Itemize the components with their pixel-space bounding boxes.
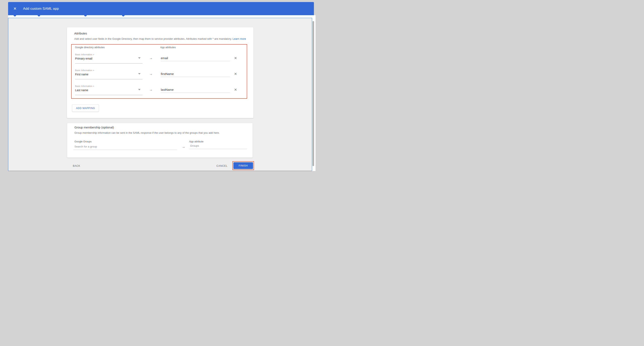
chevron-down-icon[interactable] <box>138 73 140 75</box>
back-button[interactable]: BACK <box>70 163 84 169</box>
annotation-box-finish: FINISH <box>232 161 254 170</box>
google-groups-header: Google Groups <box>74 140 92 143</box>
directory-attribute-select[interactable]: Last name <box>75 89 88 92</box>
app-attributes-column-header: App attributes <box>160 46 176 49</box>
attributes-card: Attributes Add and select user fields in… <box>67 27 254 118</box>
screen: ✕ Add custom SAML app Attributes Add and… <box>0 0 322 173</box>
directory-attribute-category: Basic Information > <box>75 53 94 56</box>
group-card-description: Group membership information can be sent… <box>74 131 220 134</box>
directory-attribute-category: Basic Information > <box>75 85 94 87</box>
scrollbar-track[interactable] <box>312 15 316 171</box>
add-mapping-button[interactable]: ADD MAPPING <box>72 104 99 112</box>
chevron-down-icon[interactable] <box>138 89 140 90</box>
group-card-title: Group membership (optional) <box>74 126 114 129</box>
page-top-strip <box>8 15 316 18</box>
remove-mapping-icon[interactable]: ✕ <box>234 56 237 60</box>
chevron-down-icon[interactable] <box>138 57 140 59</box>
scrollbar-thumb[interactable] <box>312 21 314 166</box>
mapping-arrow-icon: → <box>149 72 153 76</box>
group-app-attribute-input[interactable] <box>189 144 247 149</box>
group-search-input[interactable] <box>74 145 177 150</box>
directory-attributes-column-header: Google directory attributes <box>75 46 105 49</box>
learn-more-link[interactable]: Learn more <box>232 37 246 40</box>
group-membership-card: Group membership (optional) Group member… <box>67 123 252 158</box>
finish-button[interactable]: FINISH <box>234 162 253 169</box>
select-underline <box>75 79 142 79</box>
remove-mapping-icon[interactable]: ✕ <box>234 88 237 92</box>
directory-attribute-category: Basic Information > <box>75 69 94 72</box>
app-attribute-header: App attribute <box>189 140 204 143</box>
close-icon[interactable]: ✕ <box>13 7 16 11</box>
mapping-arrow-icon: → <box>182 145 185 149</box>
app-attribute-input[interactable] <box>160 56 230 61</box>
app-attribute-input[interactable] <box>160 72 230 77</box>
directory-attribute-select[interactable]: Primary email <box>75 57 92 60</box>
select-underline <box>75 95 142 95</box>
mapping-arrow-icon: → <box>149 56 153 60</box>
directory-attribute-select[interactable]: First name <box>75 73 88 76</box>
attributes-description-text: Add and select user fields in the Google… <box>74 37 232 40</box>
dialog-header-bar: ✕ Add custom SAML app <box>8 2 314 15</box>
app-attribute-input[interactable] <box>160 88 230 93</box>
dialog-title: Add custom SAML app <box>23 7 59 11</box>
remove-mapping-icon[interactable]: ✕ <box>234 72 237 76</box>
mapping-arrow-icon: → <box>149 88 153 92</box>
attributes-card-title: Attributes <box>74 32 87 35</box>
attributes-card-description: Add and select user fields in the Google… <box>74 37 246 40</box>
select-underline <box>75 63 142 64</box>
cancel-button[interactable]: CANCEL <box>213 163 231 169</box>
